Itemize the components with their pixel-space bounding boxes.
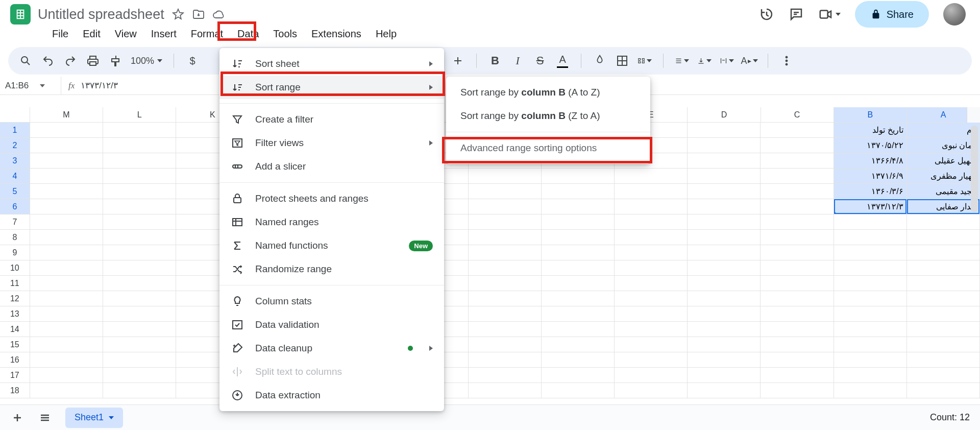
cell[interactable]	[103, 337, 176, 352]
cell[interactable]	[103, 352, 176, 367]
cell[interactable]	[688, 368, 761, 383]
cell[interactable]	[615, 184, 688, 199]
submenu-sort-desc[interactable]: Sort range by column B (Z to A)	[446, 104, 650, 128]
fill-color-icon[interactable]	[593, 54, 607, 68]
cell[interactable]	[469, 306, 542, 321]
menu-file[interactable]: File	[45, 25, 76, 43]
bold-icon[interactable]: B	[488, 54, 502, 68]
row-header[interactable]: 14	[0, 322, 30, 337]
menu-insert[interactable]: Insert	[144, 25, 184, 43]
row-header[interactable]: 16	[0, 352, 30, 367]
menu-create-filter[interactable]: Create a filter	[219, 108, 444, 131]
menu-add-slicer[interactable]: Add a slicer	[219, 155, 444, 178]
cell[interactable]	[30, 153, 103, 168]
cell[interactable]	[469, 276, 542, 291]
cell[interactable]	[469, 230, 542, 245]
menu-data-validation[interactable]: Data validation	[219, 313, 444, 337]
cell[interactable]	[469, 184, 542, 199]
add-sheet-icon[interactable]	[10, 411, 24, 425]
cell[interactable]	[688, 153, 761, 168]
cell[interactable]	[907, 337, 980, 352]
cell[interactable]	[761, 184, 834, 199]
cell[interactable]	[469, 368, 542, 383]
cell[interactable]	[688, 123, 761, 137]
cell[interactable]	[30, 383, 103, 398]
row-header[interactable]: 12	[0, 291, 30, 306]
cell[interactable]	[469, 260, 542, 275]
cell[interactable]	[615, 337, 688, 352]
cell[interactable]	[30, 123, 103, 137]
cell[interactable]	[615, 368, 688, 383]
column-header[interactable]: M	[30, 107, 103, 122]
cell[interactable]	[103, 169, 176, 183]
cell[interactable]	[103, 260, 176, 275]
cell[interactable]	[30, 276, 103, 291]
cell[interactable]	[30, 368, 103, 383]
row-header[interactable]: 5	[0, 184, 30, 199]
cell[interactable]	[103, 276, 176, 291]
cell[interactable]	[761, 123, 834, 137]
cell[interactable]	[834, 337, 907, 352]
redo-icon[interactable]	[63, 54, 78, 68]
row-header[interactable]: 1	[0, 123, 30, 137]
text-color-icon[interactable]: A	[555, 54, 570, 68]
cell[interactable]	[103, 184, 176, 199]
cell[interactable]	[469, 352, 542, 367]
cell[interactable]	[688, 214, 761, 229]
cell[interactable]	[834, 245, 907, 260]
cell[interactable]	[542, 260, 615, 275]
cell[interactable]	[688, 306, 761, 321]
row-header[interactable]: 6	[0, 199, 30, 214]
row-header[interactable]: 8	[0, 230, 30, 245]
zoom-select[interactable]: 100%	[131, 56, 162, 66]
cell[interactable]	[30, 322, 103, 337]
text-wrap-icon[interactable]	[720, 54, 734, 68]
cell[interactable]	[688, 337, 761, 352]
cell[interactable]	[907, 260, 980, 275]
row-header[interactable]: 4	[0, 169, 30, 183]
menu-edit[interactable]: Edit	[76, 25, 107, 43]
cell[interactable]	[469, 383, 542, 398]
cell[interactable]: مجيد مقيمی	[907, 184, 980, 199]
menu-randomize-range[interactable]: Randomize range	[219, 257, 444, 281]
cell[interactable]	[761, 368, 834, 383]
cell[interactable]	[103, 291, 176, 306]
cell[interactable]	[834, 322, 907, 337]
sheets-logo[interactable]	[10, 4, 31, 25]
cell[interactable]	[469, 214, 542, 229]
cell[interactable]	[469, 169, 542, 183]
menu-named-ranges[interactable]: Named ranges	[219, 210, 444, 234]
cell[interactable]	[761, 291, 834, 306]
menu-protect-sheets[interactable]: Protect sheets and ranges	[219, 187, 444, 210]
cell[interactable]	[688, 138, 761, 153]
cell[interactable]	[907, 306, 980, 321]
cell[interactable]	[542, 383, 615, 398]
column-header[interactable]: C	[761, 107, 834, 122]
cell[interactable]	[615, 199, 688, 214]
cell[interactable]	[761, 153, 834, 168]
cell[interactable]	[542, 245, 615, 260]
cell[interactable]	[103, 383, 176, 398]
formula-bar-value[interactable]: ۱۳۷۳/۱۲/۳	[81, 80, 117, 91]
menu-data-cleanup[interactable]: Data cleanup	[219, 337, 444, 360]
cell[interactable]	[907, 276, 980, 291]
cell[interactable]	[103, 245, 176, 260]
cell[interactable]	[103, 153, 176, 168]
cell[interactable]: نام	[907, 123, 980, 137]
meet-dropdown-caret[interactable]	[836, 13, 841, 16]
cell[interactable]	[834, 260, 907, 275]
cell[interactable]: ١٣٧٠/۵/٢٢	[834, 138, 907, 153]
cloud-status-icon[interactable]	[212, 8, 226, 21]
column-header[interactable]: L	[103, 107, 176, 122]
cell[interactable]	[834, 230, 907, 245]
document-title[interactable]: Untitled spreadsheet	[38, 7, 164, 22]
cell[interactable]	[30, 214, 103, 229]
horizontal-align-icon[interactable]	[675, 54, 689, 68]
cell[interactable]	[834, 291, 907, 306]
cell[interactable]	[907, 383, 980, 398]
cell[interactable]	[761, 260, 834, 275]
cell[interactable]	[30, 291, 103, 306]
comments-icon[interactable]	[789, 7, 804, 22]
cell[interactable]	[615, 352, 688, 367]
cell[interactable]	[30, 199, 103, 214]
